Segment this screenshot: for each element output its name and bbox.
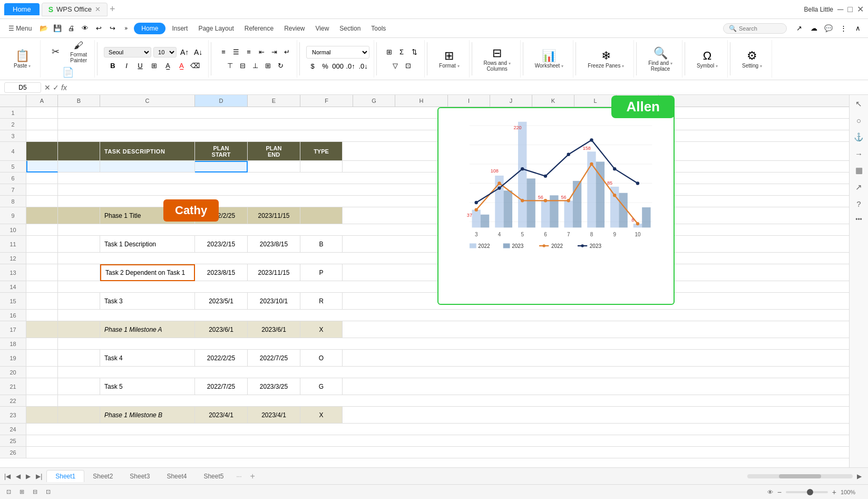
menu-reference[interactable]: Reference: [240, 23, 278, 34]
font-size-select[interactable]: 10: [153, 47, 177, 57]
window-close-button[interactable]: ✕: [857, 4, 864, 14]
bold-button[interactable]: B: [107, 60, 119, 72]
format-button[interactable]: ⊞ Format ▾: [434, 47, 464, 71]
cell-d5[interactable]: [195, 161, 248, 172]
cell-c15[interactable]: Task 3: [100, 293, 195, 310]
thousands-button[interactable]: 000: [332, 61, 344, 72]
sheet-tab-sheet3[interactable]: Sheet3: [121, 471, 158, 482]
search-input[interactable]: [739, 25, 781, 32]
cell-a21[interactable]: [26, 378, 58, 395]
clear-button[interactable]: ⌫: [189, 60, 201, 72]
sheet-tab-sheet4[interactable]: Sheet4: [158, 471, 195, 482]
cell-b15[interactable]: [58, 293, 100, 310]
share-icon[interactable]: ↗: [793, 23, 805, 34]
more-tools-icon[interactable]: ⋮: [837, 23, 849, 34]
cell-a19[interactable]: [26, 350, 58, 367]
anchor-icon[interactable]: ⚓: [854, 132, 864, 142]
cell-e15[interactable]: 2023/10/1: [248, 293, 300, 310]
cell-b4[interactable]: [58, 142, 100, 161]
tab-last-button[interactable]: ▶|: [34, 472, 44, 481]
maximize-button[interactable]: □: [847, 5, 853, 14]
horizontal-scrollbar[interactable]: [747, 474, 853, 478]
menu-home[interactable]: Home: [134, 23, 165, 34]
cell-e4[interactable]: PLANEND: [248, 142, 300, 161]
cell-c23[interactable]: Phase 1 Milestone B: [100, 407, 195, 424]
tab-prev-button[interactable]: ◀: [14, 472, 23, 481]
italic-button[interactable]: I: [121, 60, 132, 72]
decimal-inc-button[interactable]: .0↑: [345, 61, 356, 72]
cell-c13[interactable]: Task 2 Dependent on Task 1: [100, 264, 195, 281]
font-color-button[interactable]: A̲: [175, 60, 187, 72]
fx-button[interactable]: fx: [61, 83, 67, 92]
cell-d23[interactable]: 2023/4/1: [195, 407, 248, 424]
fill-color-button[interactable]: A̲: [162, 60, 173, 72]
cut-button[interactable]: ✂: [46, 45, 65, 59]
cell-c11[interactable]: Task 1 Description: [100, 236, 195, 253]
cell-e5[interactable]: [248, 161, 300, 172]
style-select[interactable]: Normal: [306, 46, 369, 59]
search-box[interactable]: 🔍: [723, 23, 787, 34]
sort-button[interactable]: ⇅: [408, 46, 420, 58]
cell-a8[interactable]: [26, 196, 58, 207]
status-grid-icon[interactable]: ⊞: [19, 488, 24, 495]
print-icon[interactable]: 🖨: [65, 23, 77, 34]
cell-a5[interactable]: [26, 161, 58, 172]
cell-f4[interactable]: TYPE: [300, 142, 343, 161]
menu-view[interactable]: View: [311, 23, 334, 34]
cell-d15[interactable]: 2023/5/1: [195, 293, 248, 310]
cell-c21[interactable]: Task 5: [100, 378, 195, 395]
app-tab[interactable]: S WPS Office ✕: [42, 3, 108, 16]
cell-a13[interactable]: [26, 264, 58, 281]
cell-b13[interactable]: [58, 264, 100, 281]
paste-button[interactable]: 📋 Paste ▾: [8, 47, 36, 71]
more-icon[interactable]: »: [120, 23, 132, 34]
menu-section[interactable]: Section: [335, 23, 365, 34]
close-icon[interactable]: ✕: [95, 5, 101, 13]
cell-b5[interactable]: [58, 161, 100, 172]
menu-button[interactable]: ☰ Menu: [4, 23, 36, 34]
view-normal-icon[interactable]: 👁: [767, 489, 773, 495]
cell-f15[interactable]: R: [300, 293, 343, 310]
cell-a2[interactable]: [26, 119, 58, 130]
format-painter-button[interactable]: 🖌 FormatPainter: [67, 39, 90, 64]
rotate-button[interactable]: ↻: [275, 60, 286, 72]
confirm-formula-button[interactable]: ✓: [53, 83, 59, 92]
valign-top-button[interactable]: ⊤: [224, 60, 236, 72]
share-sidebar-icon[interactable]: ↗: [855, 183, 862, 192]
cell-b17[interactable]: [58, 321, 100, 338]
new-tab-button[interactable]: +: [110, 4, 115, 15]
menu-review[interactable]: Review: [280, 23, 309, 34]
more-sidebar-icon[interactable]: •••: [855, 216, 862, 223]
cell-d21[interactable]: 2022/7/25: [195, 378, 248, 395]
cell-f17[interactable]: X: [300, 321, 343, 338]
cell-c17[interactable]: Phase 1 Milestone A: [100, 321, 195, 338]
cancel-formula-button[interactable]: ✕: [44, 83, 51, 92]
align-center-button[interactable]: ☰: [230, 46, 242, 58]
sum-button[interactable]: Σ: [396, 46, 407, 58]
freeze-panes-button[interactable]: ❄ Freeze Panes ▾: [582, 47, 629, 71]
cell-a12[interactable]: [26, 253, 58, 264]
copy-button[interactable]: 📄: [58, 65, 77, 79]
collapse-icon[interactable]: ∧: [852, 23, 864, 34]
currency-button[interactable]: $: [307, 61, 318, 72]
find-replace-button[interactable]: 🔍 Find and ▾Replace: [643, 44, 678, 74]
cell-d17[interactable]: 2023/6/1: [195, 321, 248, 338]
cell-a22[interactable]: [26, 395, 58, 407]
cell-a9[interactable]: [26, 207, 58, 224]
cell-d19[interactable]: 2022/2/25: [195, 350, 248, 367]
status-freeze-icon[interactable]: ⊡: [46, 488, 51, 495]
underline-button[interactable]: U: [134, 60, 146, 72]
merge-button[interactable]: ⊞: [262, 60, 274, 72]
table2-button[interactable]: ⊡: [402, 60, 414, 72]
pointer-tool-icon[interactable]: ↖: [855, 99, 862, 109]
cell-a7[interactable]: [26, 184, 58, 196]
cell-d13[interactable]: 2023/8/15: [195, 264, 248, 281]
zoom-out-button[interactable]: −: [777, 488, 782, 496]
rows-columns-button[interactable]: ⊟ Rows and ▾Columns: [479, 44, 516, 74]
cell-c19[interactable]: Task 4: [100, 350, 195, 367]
cell-a10[interactable]: [26, 224, 58, 236]
wrap-text-button[interactable]: ↵: [281, 46, 292, 58]
cell-b9[interactable]: [58, 207, 100, 224]
zoom-in-button[interactable]: +: [832, 488, 836, 496]
indent-increase-button[interactable]: ⇥: [268, 46, 280, 58]
